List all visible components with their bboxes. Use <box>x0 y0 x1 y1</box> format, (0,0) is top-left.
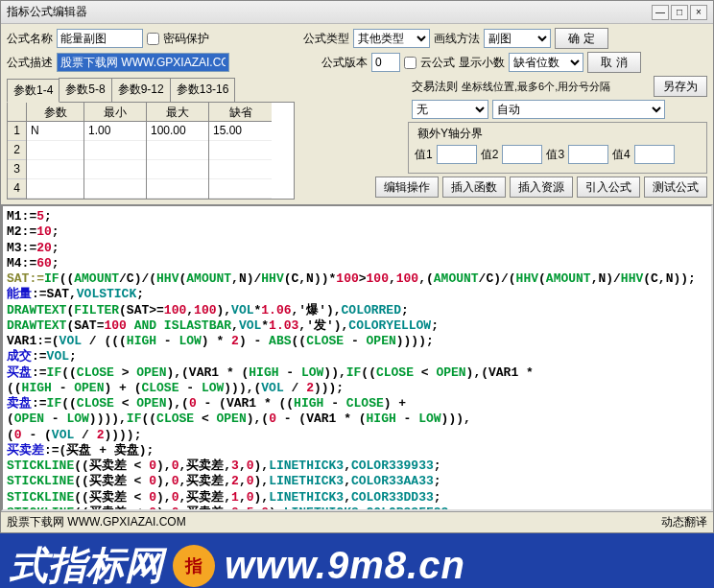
insert-func-button[interactable]: 插入函数 <box>442 176 506 198</box>
formula-name-input[interactable] <box>57 29 143 48</box>
param-grid: 1 2 3 4 参数 N 最小 1.00 <box>7 103 295 200</box>
v4-label: 值4 <box>612 147 631 163</box>
version-label: 公式版本 <box>321 55 368 71</box>
v2-label: 值2 <box>481 147 499 163</box>
draw-label: 画线方法 <box>434 31 480 47</box>
password-label: 密码保护 <box>163 31 209 47</box>
def-cell[interactable]: 15.00 <box>209 122 272 141</box>
cloud-label: 云公式 <box>420 55 455 71</box>
edit-ops-button[interactable]: 编辑操作 <box>375 176 439 198</box>
editor-window: 指标公式编辑器 — □ × 公式名称 密码保护 公式类型 其他类型 画线方法 副… <box>0 0 714 533</box>
coord-label: 坐标线位置,最多6个,用分号分隔 <box>462 80 610 94</box>
cancel-button[interactable]: 取 消 <box>587 52 641 73</box>
v3-label: 值3 <box>546 147 564 163</box>
desc-input[interactable] <box>57 53 229 72</box>
window-title: 指标公式编辑器 <box>7 4 87 20</box>
min-cell[interactable]: 1.00 <box>84 122 146 141</box>
col-def: 缺省 <box>209 103 272 122</box>
version-input[interactable] <box>371 53 400 72</box>
cloud-checkbox[interactable] <box>404 57 416 69</box>
password-checkbox[interactable] <box>147 33 159 45</box>
param-tabbar: 参数1-4 参数5-8 参数9-12 参数13-16 <box>7 78 295 103</box>
rowno: 4 <box>8 179 26 199</box>
tab-params-9-12[interactable]: 参数9-12 <box>111 78 171 102</box>
v4-input[interactable] <box>634 145 675 164</box>
footer-url: www.9m8.cn <box>225 544 465 587</box>
rowno: 3 <box>8 160 26 179</box>
ok-button[interactable]: 确 定 <box>555 28 608 49</box>
name-label: 公式名称 <box>7 31 53 47</box>
decimal-label: 显示小数 <box>459 55 505 71</box>
test-formula-button[interactable]: 测试公式 <box>644 176 707 198</box>
v1-input[interactable] <box>437 145 477 164</box>
col-param: 参数 <box>27 103 83 122</box>
insert-res-button[interactable]: 插入资源 <box>510 176 573 198</box>
logo-icon: 指 <box>173 545 215 587</box>
draw-select[interactable]: 副图 <box>484 29 551 48</box>
col-min: 最小 <box>84 103 146 122</box>
param-cell[interactable] <box>27 179 83 199</box>
import-formula-button[interactable]: 引入公式 <box>577 176 640 198</box>
rowno: 2 <box>8 141 26 160</box>
v1-label: 值1 <box>415 147 433 163</box>
code-editor[interactable]: M1:=5;M2:=10;M3:=20;M4:=60;SAT:=IF((AMOU… <box>1 204 713 511</box>
minimize-icon[interactable]: — <box>652 5 669 20</box>
desc-label: 公式描述 <box>7 55 53 71</box>
rule-label: 交易法则 <box>412 79 458 95</box>
tab-params-5-8[interactable]: 参数5-8 <box>59 78 111 102</box>
tab-params-13-16[interactable]: 参数13-16 <box>170 78 236 102</box>
status-left: 股票下载网 WWW.GPXIAZAI.COM <box>7 514 186 530</box>
param-cell[interactable]: N <box>27 122 83 141</box>
type-label: 公式类型 <box>303 31 349 47</box>
watermark-footer: 式指标网 指 www.9m8.cn <box>0 533 714 588</box>
v3-input[interactable] <box>568 145 608 164</box>
titlebar: 指标公式编辑器 — □ × <box>1 1 713 24</box>
coord-select[interactable]: 自动 <box>492 100 665 119</box>
tab-params-1-4[interactable]: 参数1-4 <box>7 79 60 103</box>
close-icon[interactable]: × <box>690 5 707 20</box>
footer-text: 式指标网 <box>10 539 163 588</box>
decimal-select[interactable]: 缺省位数 <box>509 53 583 72</box>
param-cell[interactable] <box>27 141 83 160</box>
v2-input[interactable] <box>502 145 542 164</box>
max-cell[interactable]: 100.00 <box>147 122 208 141</box>
extra-y-label: 额外Y轴分界 <box>415 126 486 142</box>
maximize-icon[interactable]: □ <box>671 5 688 20</box>
col-max: 最大 <box>147 103 208 122</box>
param-cell[interactable] <box>27 160 83 179</box>
rule-select[interactable]: 无 <box>412 100 488 119</box>
type-select[interactable]: 其他类型 <box>353 29 430 48</box>
rowno: 1 <box>8 122 26 141</box>
saveas-button[interactable]: 另存为 <box>654 76 707 97</box>
status-right: 动态翻译 <box>661 514 707 530</box>
